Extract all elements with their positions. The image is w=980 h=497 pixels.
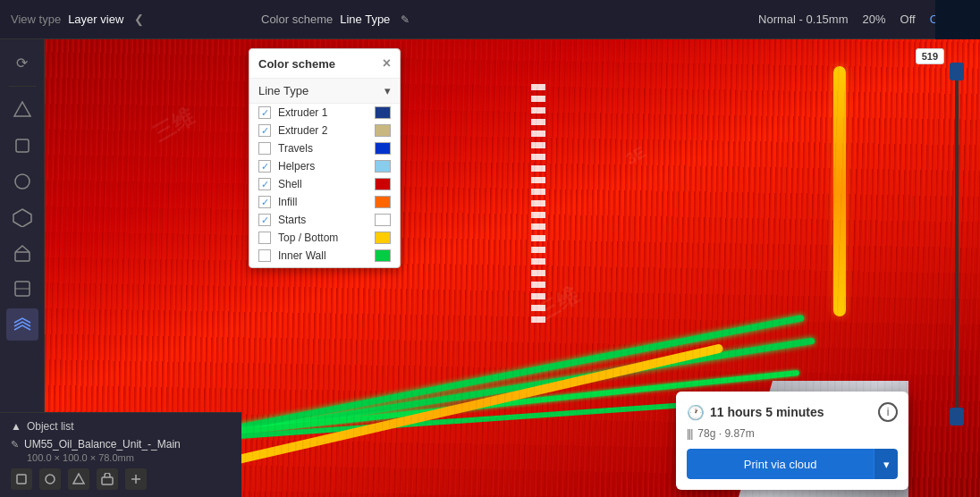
helpers-label: Helpers	[278, 160, 368, 173]
infill-label: Infill	[278, 196, 368, 208]
layer-slider: 519	[948, 48, 966, 425]
sidebar-icon-object6[interactable]	[6, 273, 38, 305]
sidebar-icon-object1[interactable]	[6, 94, 38, 126]
list-item: Inner Wall	[249, 247, 400, 267]
view-type-arrow[interactable]: ❮	[134, 13, 144, 26]
layer-number: 519	[916, 48, 944, 64]
infill-color[interactable]	[375, 196, 391, 208]
bottom-info-panel: 🕐 11 hours 5 minutes i ||| 78g · 9.87m P…	[676, 392, 908, 490]
shell-checkbox[interactable]: ✓	[258, 178, 271, 190]
svg-marker-3	[13, 209, 31, 227]
bottom-action-icons	[11, 468, 231, 490]
sidebar-icon-object5[interactable]	[6, 237, 38, 269]
view-type-label: View type	[11, 13, 61, 26]
object-edit-icon: ✎	[11, 439, 19, 451]
info-help-icon[interactable]: i	[878, 402, 898, 422]
time-text: 11 hours 5 minutes	[710, 405, 824, 419]
action-icon-4[interactable]	[97, 468, 118, 490]
action-icon-5[interactable]	[125, 468, 147, 490]
extruder1-color[interactable]	[375, 106, 391, 119]
starts-label: Starts	[278, 214, 368, 226]
sidebar-icon-layers[interactable]	[6, 308, 38, 341]
helpers-checkbox[interactable]: ✓	[258, 160, 271, 173]
svg-point-8	[46, 475, 55, 484]
expand-icon: ▲	[11, 420, 21, 433]
color-scheme-panel: Color scheme × Line Type ▾ ✓ Extruder 1 …	[249, 48, 401, 268]
list-item: ✓ Extruder 1	[249, 104, 400, 122]
print-button-group: Print via cloud ▾	[687, 449, 898, 479]
off-label[interactable]: Off	[900, 13, 916, 26]
extruder1-label: Extruder 1	[278, 106, 368, 119]
svg-rect-10	[102, 477, 113, 484]
svg-point-2	[15, 174, 30, 189]
list-item: ✓ Shell	[249, 175, 400, 193]
line-type-value: Line Type	[258, 84, 308, 97]
top-bottom-checkbox[interactable]	[258, 232, 271, 244]
view-type-section: View type Layer view ❮	[0, 13, 250, 26]
object-list-header[interactable]: ▲ Object list	[11, 420, 231, 433]
action-icon-1[interactable]	[11, 468, 32, 490]
normal-mode-label[interactable]: Normal - 0.15mm	[758, 13, 848, 26]
panel-header: Color scheme ×	[249, 49, 400, 79]
color-scheme-edit-icon[interactable]: ✎	[401, 13, 410, 26]
sidebar-sep-1	[9, 86, 36, 87]
print-btn-label: Print via cloud	[687, 458, 874, 471]
top-right-corner	[935, 0, 980, 39]
object-list-label: Object list	[27, 420, 74, 433]
sidebar-icon-undo[interactable]: ⟳	[6, 46, 38, 79]
helpers-color[interactable]	[375, 160, 391, 173]
action-icon-3[interactable]	[68, 468, 89, 490]
action-icon-2[interactable]	[39, 468, 61, 490]
slider-handle-top[interactable]	[950, 63, 964, 80]
inner-wall-color[interactable]	[375, 249, 391, 262]
shell-color[interactable]	[375, 178, 391, 190]
list-item: Travels	[249, 139, 400, 157]
inner-wall-checkbox[interactable]	[258, 249, 271, 262]
starts-checkbox[interactable]: ✓	[258, 214, 271, 226]
object-list-item: ✎ UM55_Oil_Balance_Unit_-_Main	[11, 438, 231, 451]
svg-marker-0	[14, 102, 30, 116]
material-icon: |||	[687, 427, 692, 440]
color-scheme-value: Line Type	[340, 13, 390, 26]
top-bottom-color[interactable]	[375, 232, 391, 244]
print-dropdown-arrow[interactable]: ▾	[874, 449, 898, 479]
sidebar-icon-object3[interactable]	[6, 165, 38, 198]
shell-label: Shell	[278, 178, 368, 190]
line-type-select[interactable]: Line Type ▾	[249, 79, 400, 104]
color-scheme-label: Color scheme	[261, 13, 333, 26]
slider-handle-bottom[interactable]	[950, 408, 964, 425]
sidebar-icon-object2[interactable]	[6, 130, 38, 162]
material-row: ||| 78g · 9.87m	[687, 427, 898, 440]
time-row: 🕐 11 hours 5 minutes i	[687, 402, 898, 422]
list-item: ✓ Infill	[249, 193, 400, 211]
object-dims: 100.0 × 100.0 × 78.0mm	[27, 452, 231, 463]
yellow-stripe-vertical	[833, 66, 846, 316]
panel-close-button[interactable]: ×	[383, 56, 391, 71]
extruder1-checkbox[interactable]: ✓	[258, 106, 271, 119]
svg-rect-7	[17, 475, 26, 484]
zigzag-path	[531, 84, 545, 325]
bottom-left-panel: ▲ Object list ✎ UM55_Oil_Balance_Unit_-_…	[0, 412, 241, 497]
inner-wall-label: Inner Wall	[278, 249, 368, 262]
starts-color[interactable]	[375, 214, 391, 226]
list-item: ✓ Extruder 2	[249, 122, 400, 139]
travels-color[interactable]	[375, 142, 391, 155]
top-bar: View type Layer view ❮ Color scheme Line…	[0, 0, 980, 39]
svg-rect-4	[15, 252, 30, 261]
svg-rect-1	[16, 139, 29, 152]
extruder2-checkbox[interactable]: ✓	[258, 124, 271, 137]
print-via-cloud-button[interactable]: Print via cloud	[687, 449, 874, 479]
time-display: 🕐 11 hours 5 minutes	[687, 404, 824, 421]
travels-checkbox[interactable]	[258, 142, 271, 155]
material-text: 78g · 9.87m	[697, 427, 754, 440]
extruder2-label: Extruder 2	[278, 124, 368, 137]
object-name: UM55_Oil_Balance_Unit_-_Main	[24, 438, 181, 451]
slider-track[interactable]	[955, 63, 959, 425]
extruder2-color[interactable]	[375, 124, 391, 137]
panel-title: Color scheme	[258, 57, 335, 71]
percent-label[interactable]: 20%	[863, 13, 886, 26]
sidebar-icon-object4[interactable]	[6, 201, 38, 233]
infill-checkbox[interactable]: ✓	[258, 196, 271, 208]
list-item: ✓ Starts	[249, 211, 400, 229]
dropdown-arrow-icon: ▾	[384, 84, 391, 97]
